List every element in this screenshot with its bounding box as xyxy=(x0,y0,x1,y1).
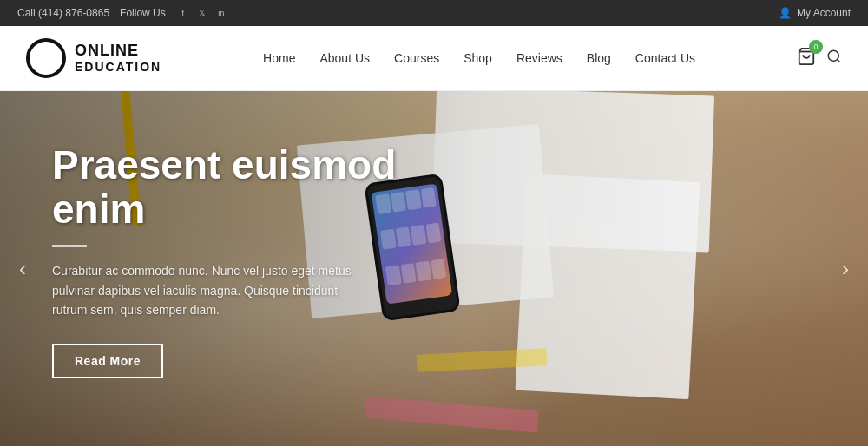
instagram-icon[interactable]: in xyxy=(214,6,228,20)
nav-home[interactable]: Home xyxy=(263,51,295,65)
logo-line1: ONLINE xyxy=(75,42,161,61)
prev-slide-button[interactable]: ‹ xyxy=(7,253,38,285)
cart-count: 0 xyxy=(809,40,823,54)
main-nav: Home About Us Courses Shop Reviews Blog … xyxy=(263,51,695,65)
top-bar-left: Call (414) 876-0865 Follow Us f 𝕏 in xyxy=(17,6,228,20)
left-arrow-icon: ‹ xyxy=(19,257,26,281)
site-header: ONLINE EDUCATION Home About Us Courses S… xyxy=(0,26,868,91)
account-label: My Account xyxy=(797,7,851,19)
hero-divider xyxy=(52,245,87,247)
right-arrow-icon: › xyxy=(842,257,849,281)
logo-text: ONLINE EDUCATION xyxy=(75,42,161,75)
cart-button[interactable]: 0 xyxy=(797,47,816,69)
nav-shop[interactable]: Shop xyxy=(464,51,492,65)
logo[interactable]: ONLINE EDUCATION xyxy=(26,38,161,78)
next-slide-button[interactable]: › xyxy=(830,253,861,285)
twitter-icon[interactable]: 𝕏 xyxy=(195,6,209,20)
hero-body: Curabitur ac commodo nunc. Nunc vel just… xyxy=(52,261,365,319)
account-icon: 👤 xyxy=(779,7,792,19)
follow-label: Follow Us xyxy=(120,7,166,19)
top-bar: Call (414) 876-0865 Follow Us f 𝕏 in 👤 M… xyxy=(0,0,868,26)
nav-blog[interactable]: Blog xyxy=(587,51,611,65)
nav-about[interactable]: About Us xyxy=(319,51,370,65)
hero-section: ‹ Praesent euismod enim Curabitur ac com… xyxy=(0,91,868,446)
search-icon xyxy=(826,49,842,64)
svg-line-2 xyxy=(837,59,839,62)
logo-line2: EDUCATION xyxy=(75,60,161,75)
hero-content: Praesent euismod enim Curabitur ac commo… xyxy=(52,143,486,378)
social-icons[interactable]: f 𝕏 in xyxy=(176,6,228,20)
nav-courses[interactable]: Courses xyxy=(394,51,439,65)
facebook-icon[interactable]: f xyxy=(176,6,190,20)
hero-title: Praesent euismod enim xyxy=(52,143,486,231)
nav-icons: 0 xyxy=(797,47,842,69)
nav-contact[interactable]: Contact Us xyxy=(635,51,695,65)
svg-point-1 xyxy=(828,50,838,61)
my-account[interactable]: 👤 My Account xyxy=(779,7,851,19)
nav-reviews[interactable]: Reviews xyxy=(516,51,562,65)
search-button[interactable] xyxy=(826,49,842,68)
read-more-button[interactable]: Read More xyxy=(52,344,163,378)
phone-number: Call (414) 876-0865 xyxy=(17,7,109,19)
logo-circle-icon xyxy=(26,38,66,78)
